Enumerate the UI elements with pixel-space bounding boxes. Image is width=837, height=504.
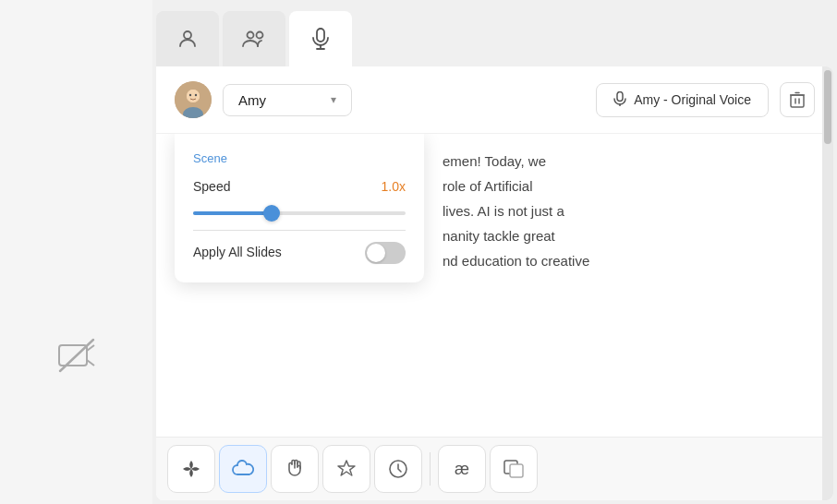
svg-rect-18 [791, 95, 804, 107]
text-line-2: role of Artificial [443, 174, 806, 198]
main-area: Amy ▾ Amy - Original Voice [152, 0, 837, 504]
slider-thumb[interactable] [263, 205, 280, 222]
svg-point-4 [184, 31, 191, 39]
svg-line-2 [87, 360, 94, 366]
toggle-knob [367, 244, 385, 262]
star-icon [336, 459, 357, 479]
voice-header: Amy ▾ Amy - Original Voice [156, 66, 833, 134]
scene-label: Scene [193, 149, 406, 169]
text-right: emen! Today, we role of Artificial lives… [443, 149, 806, 273]
mic-icon [613, 91, 626, 106]
svg-rect-25 [510, 464, 523, 477]
original-voice-label: Amy - Original Voice [634, 92, 751, 107]
tab-group[interactable] [223, 11, 285, 66]
toolbar-divider [430, 452, 431, 486]
mic-tab-icon [310, 28, 331, 50]
svg-rect-16 [617, 91, 623, 101]
person-icon [176, 28, 199, 50]
svg-point-15 [195, 94, 197, 96]
apply-all-row: Apply All Slides [193, 242, 406, 264]
star-button[interactable] [322, 445, 370, 493]
camera-off-icon [57, 336, 96, 375]
svg-point-14 [189, 94, 191, 96]
ai-button[interactable] [167, 445, 215, 493]
svg-point-13 [187, 90, 200, 102]
ae-icon: æ [455, 460, 469, 479]
content-area: Amy ▾ Amy - Original Voice [156, 66, 833, 500]
text-line-4: nanity tackle great [443, 223, 806, 248]
cloud-button[interactable] [219, 445, 267, 493]
slider-track[interactable] [193, 211, 406, 215]
text-line-5: nd education to creative [443, 248, 806, 273]
tab-mic[interactable] [289, 11, 352, 66]
apply-all-label: Apply All Slides [193, 242, 282, 264]
group-icon [241, 28, 267, 50]
apply-all-toggle[interactable] [365, 242, 406, 264]
scrollbar-thumb[interactable] [824, 70, 831, 144]
slider-fill [193, 211, 272, 215]
ai-icon [181, 459, 201, 479]
cloud-icon [232, 460, 254, 478]
svg-rect-7 [317, 29, 324, 42]
clock-icon [388, 459, 408, 479]
avatar [175, 81, 212, 118]
speed-text-label: Speed [193, 176, 230, 198]
speed-row: Speed 1.0x [193, 176, 406, 198]
delete-button[interactable] [780, 82, 815, 117]
mic-small-icon [613, 91, 626, 109]
voice-dropdown[interactable]: Amy ▾ [223, 84, 352, 116]
tab-person[interactable] [156, 11, 219, 66]
speed-slider-container[interactable] [193, 211, 406, 215]
camera-off-area [44, 323, 109, 388]
slider-divider [193, 230, 406, 231]
hand-button[interactable] [271, 445, 319, 493]
trash-icon [790, 91, 805, 108]
clock-button[interactable] [374, 445, 422, 493]
top-tabs [156, 0, 837, 66]
text-line-1: emen! Today, we [443, 149, 806, 174]
ae-button[interactable]: æ [438, 445, 486, 493]
speed-popup: Scene Speed 1.0x Apply All Slides [175, 134, 424, 282]
left-panel [0, 0, 152, 504]
slides-icon [503, 460, 524, 478]
svg-point-5 [248, 32, 254, 39]
voice-name-label: Amy [238, 92, 323, 108]
scrollbar[interactable] [822, 66, 833, 500]
speed-value: 1.0x [382, 176, 406, 198]
wave-icon [285, 459, 305, 479]
chevron-down-icon: ▾ [331, 93, 336, 106]
avatar-image [175, 81, 212, 118]
original-voice-button[interactable]: Amy - Original Voice [596, 83, 769, 117]
layout-button[interactable] [490, 445, 538, 493]
text-line-3: lives. AI is not just a [443, 198, 806, 223]
svg-point-6 [257, 32, 263, 39]
text-content: Scene Speed 1.0x Apply All Slides [156, 134, 833, 437]
bottom-toolbar: æ [156, 437, 833, 500]
